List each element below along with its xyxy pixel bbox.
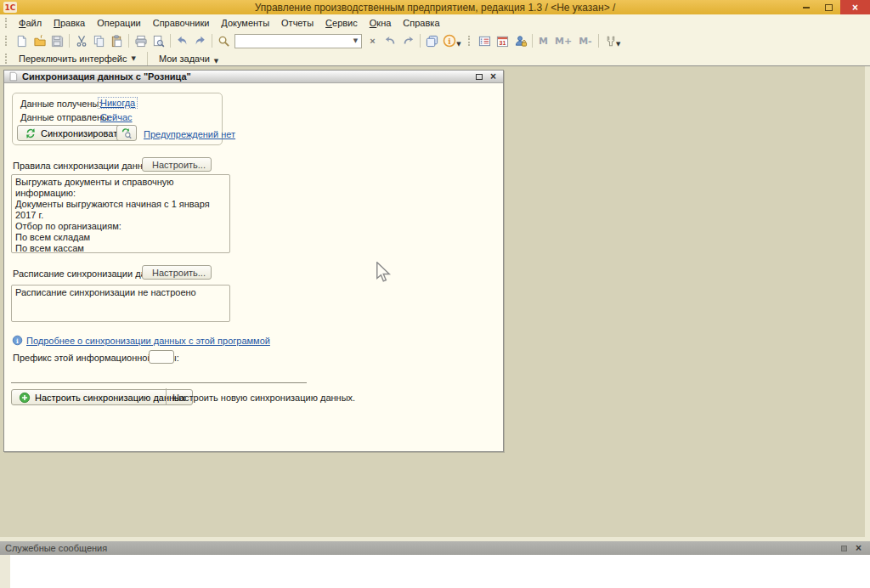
tablo-button[interactable] xyxy=(476,32,494,49)
toolbar-drag-handle[interactable] xyxy=(5,36,8,46)
open-button[interactable] xyxy=(31,32,48,49)
save-button[interactable] xyxy=(48,32,66,49)
data-received-label: Данные получены: xyxy=(20,99,101,109)
sync-rules-text: Выгружать документы и справочную информа… xyxy=(11,174,230,253)
menu-item-reports[interactable]: Отчеты xyxy=(275,16,319,30)
undo-icon xyxy=(176,35,189,47)
redo-icon xyxy=(194,35,206,47)
document-icon xyxy=(8,71,18,82)
menu-item-help[interactable]: Справка xyxy=(397,16,445,30)
menubar-items: ФайлПравкаОперацииСправочникиДокументыОт… xyxy=(13,16,446,30)
history-forward-icon xyxy=(402,35,415,47)
cut-button[interactable] xyxy=(72,32,90,49)
close-button[interactable]: × xyxy=(840,0,870,14)
info-icon: i xyxy=(443,34,456,48)
restore-button[interactable] xyxy=(817,0,840,14)
warnings-link[interactable]: Предупреждений нет xyxy=(144,129,235,139)
paste-button[interactable] xyxy=(108,32,126,49)
toolbar-separator xyxy=(212,34,212,48)
my-tasks-button[interactable]: Мои задачи ▼ xyxy=(153,50,226,67)
configure-schedule-button[interactable]: Настроить... xyxy=(142,265,212,280)
sync-check-icon xyxy=(121,127,133,139)
clear-search-button[interactable]: × xyxy=(364,32,381,49)
menubar: ФайлПравкаОперацииСправочникиДокументыОт… xyxy=(0,14,870,31)
svg-text:i: i xyxy=(16,337,19,345)
redo-button[interactable] xyxy=(191,32,209,49)
print-preview-button[interactable] xyxy=(150,32,167,49)
calc-memory-recall-button[interactable]: M xyxy=(535,36,551,47)
history-back-icon xyxy=(384,35,397,47)
calc-memory-subtract-button[interactable]: M- xyxy=(575,36,596,47)
menu-item-operations[interactable]: Операции xyxy=(91,16,146,30)
interface-bar-separator xyxy=(147,52,148,65)
undo-button[interactable] xyxy=(173,32,191,49)
toolbar-separator xyxy=(170,34,171,48)
menu-item-service[interactable]: Сервис xyxy=(319,16,364,30)
customize-toolbar-button[interactable]: ▼ xyxy=(602,32,627,49)
menu-item-edit[interactable]: Правка xyxy=(48,16,91,30)
print-preview-icon xyxy=(152,35,165,48)
synchronize-button-label: Синхронизировать xyxy=(41,128,122,139)
sync-window-titlebar[interactable]: Синхронизация данных с "Розница" × xyxy=(4,71,503,83)
configure-rules-label: Настроить... xyxy=(152,160,206,170)
setup-sync-button-label: Настроить синхронизацию данных xyxy=(35,393,185,403)
switch-interface-label: Переключить интерфейс xyxy=(19,54,127,64)
history-forward-button[interactable] xyxy=(399,32,417,49)
new-document-button[interactable] xyxy=(13,32,31,49)
synchronize-button[interactable]: Синхронизировать xyxy=(17,125,130,141)
messages-close-button[interactable]: × xyxy=(856,542,862,554)
search-icon xyxy=(218,35,230,48)
maximize-icon xyxy=(476,74,483,80)
data-sent-link[interactable]: Сейчас xyxy=(100,112,133,122)
pin-icon[interactable] xyxy=(841,546,847,551)
menu-item-documents[interactable]: Документы xyxy=(215,16,275,30)
cut-icon xyxy=(76,35,88,48)
mdi-workspace: Синхронизация данных с "Розница" × Данны… xyxy=(0,66,870,537)
sync-status-group: Данные получены: Никогда Данные отправле… xyxy=(12,93,223,145)
paste-icon xyxy=(110,35,123,48)
search-dropdown-button[interactable]: ▼ xyxy=(350,37,361,44)
info-button[interactable]: i ▼ xyxy=(441,32,465,49)
toolbar-drag-handle[interactable] xyxy=(468,36,471,46)
toolbar-separator xyxy=(532,34,533,48)
configure-rules-button[interactable]: Настроить... xyxy=(142,157,212,172)
my-tasks-label: Мои задачи xyxy=(159,54,210,64)
menu-item-windows[interactable]: Окна xyxy=(364,16,398,30)
search-input[interactable] xyxy=(235,35,350,48)
app-title: Управление производственным предприятием… xyxy=(0,2,870,14)
sync-window-title: Синхронизация данных с "Розница" xyxy=(22,71,191,82)
clipboard-history-button[interactable] xyxy=(423,32,441,49)
copy-button[interactable] xyxy=(90,32,108,49)
interface-bar-drag-handle[interactable] xyxy=(5,54,8,64)
prefix-input[interactable] xyxy=(149,350,174,364)
minimize-button[interactable] xyxy=(794,0,817,14)
calendar-button[interactable]: 31 xyxy=(494,32,511,49)
menu-item-catalogs[interactable]: Справочники xyxy=(147,16,216,30)
data-received-link[interactable]: Никогда xyxy=(98,97,138,109)
calc-memory-add-button[interactable]: M+ xyxy=(551,36,575,47)
sync-details-link[interactable]: Подробнее о синхронизации данных с этой … xyxy=(26,336,270,346)
toolbar-separator xyxy=(598,34,599,48)
window-close-button[interactable]: × xyxy=(490,72,496,81)
history-back-button[interactable] xyxy=(381,32,399,49)
sync-arrows-icon xyxy=(25,127,37,139)
window-maximize-button[interactable] xyxy=(476,74,483,80)
menubar-drag-handle[interactable] xyxy=(5,18,8,28)
info-blue-icon: i xyxy=(12,335,23,346)
sync-window: Синхронизация данных с "Розница" × Данны… xyxy=(3,70,504,452)
sync-warnings-button[interactable] xyxy=(116,125,137,141)
print-button[interactable] xyxy=(132,32,150,49)
new-document-icon xyxy=(15,35,28,48)
menu-item-file[interactable]: Файл xyxy=(13,16,48,30)
vertical-divider xyxy=(166,388,167,405)
find-button[interactable] xyxy=(215,32,233,49)
chevron-down-icon: ▼ xyxy=(132,55,136,62)
calendar-icon: 31 xyxy=(496,35,509,48)
restore-icon xyxy=(825,4,833,11)
sync-schedule-text: Расписание синхронизации не настроено xyxy=(11,285,230,322)
main-toolbar: ▼ × i ▼ 31 M M+ M- ▼ xyxy=(0,31,870,51)
switch-interface-button[interactable]: Переключить интерфейс ▼ xyxy=(13,53,142,65)
sync-rules-label: Правила синхронизации данных: xyxy=(13,161,156,171)
user-lock-button[interactable] xyxy=(511,32,529,49)
customize-dropdown-icon: ▼ xyxy=(616,41,620,48)
